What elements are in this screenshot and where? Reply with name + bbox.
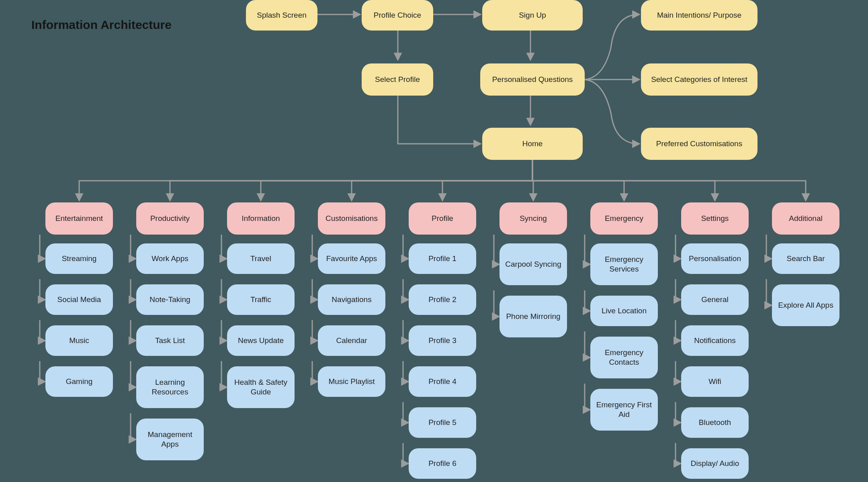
item-news-update: News Update: [227, 325, 295, 356]
item-profile-2: Profile 2: [409, 284, 476, 315]
node-select-profile: Select Profile: [362, 63, 433, 96]
category-customisations: Customisations: [318, 202, 385, 235]
item-work-apps: Work Apps: [136, 243, 204, 274]
item-emergency-services: Emergency Services: [590, 243, 658, 285]
node-splash-screen: Splash Screen: [246, 0, 317, 31]
node-sign-up: Sign Up: [482, 0, 583, 31]
category-settings: Settings: [681, 202, 749, 235]
item-display-audio: Display/ Audio: [681, 448, 749, 479]
category-syncing: Syncing: [500, 202, 567, 235]
item-task-list: Task List: [136, 325, 204, 356]
node-home: Home: [482, 128, 583, 160]
item-search-bar: Search Bar: [772, 243, 839, 274]
item-social-media: Social Media: [45, 284, 113, 315]
item-music-playlist: Music Playlist: [318, 366, 385, 397]
node-preferred-customisations: Preferred Customisations: [641, 128, 757, 160]
item-phone-mirroring: Phone Mirroring: [500, 296, 567, 337]
item-profile-1: Profile 1: [409, 243, 476, 274]
category-emergency: Emergency: [590, 202, 658, 235]
item-calendar: Calendar: [318, 325, 385, 356]
item-streaming: Streaming: [45, 243, 113, 274]
category-profile: Profile: [409, 202, 476, 235]
category-entertainment: Entertainment: [45, 202, 113, 235]
item-bluetooth: Bluetooth: [681, 407, 749, 438]
node-personalised-questions: Personalised Questions: [480, 63, 585, 96]
item-traffic: Traffic: [227, 284, 295, 315]
item-gaming: Gaming: [45, 366, 113, 397]
node-profile-choice: Profile Choice: [362, 0, 433, 31]
item-favourite-apps: Favourite Apps: [318, 243, 385, 274]
category-additional: Additional: [772, 202, 839, 235]
item-wifi: Wifi: [681, 366, 749, 397]
item-carpool-syncing: Carpool Syncing: [500, 243, 567, 285]
category-information: Information: [227, 202, 295, 235]
category-productivity: Productivity: [136, 202, 204, 235]
item-profile-3: Profile 3: [409, 325, 476, 356]
item-personalisation: Personalisation: [681, 243, 749, 274]
item-emergency-first-aid: Emergency First Aid: [590, 389, 658, 431]
item-general: General: [681, 284, 749, 315]
item-navigations: Navigations: [318, 284, 385, 315]
item-health-safety-guide: Health & Safety Guide: [227, 366, 295, 408]
page-title: Information Architecture: [31, 18, 172, 32]
item-profile-5: Profile 5: [409, 407, 476, 438]
item-travel: Travel: [227, 243, 295, 274]
item-management-apps: Management Apps: [136, 419, 204, 460]
item-profile-4: Profile 4: [409, 366, 476, 397]
item-music: Music: [45, 325, 113, 356]
item-live-location: Live Location: [590, 296, 658, 326]
item-learning-resources: Learning Resources: [136, 366, 204, 408]
item-explore-all-apps: Explore All Apps: [772, 284, 839, 326]
item-note-taking: Note-Taking: [136, 284, 204, 315]
node-main-intentions: Main Intentions/ Purpose: [641, 0, 757, 31]
item-notifications: Notifications: [681, 325, 749, 356]
item-profile-6: Profile 6: [409, 448, 476, 479]
item-emergency-contacts: Emergency Contacts: [590, 337, 658, 378]
node-select-categories: Select Categories of Interest: [641, 63, 757, 96]
